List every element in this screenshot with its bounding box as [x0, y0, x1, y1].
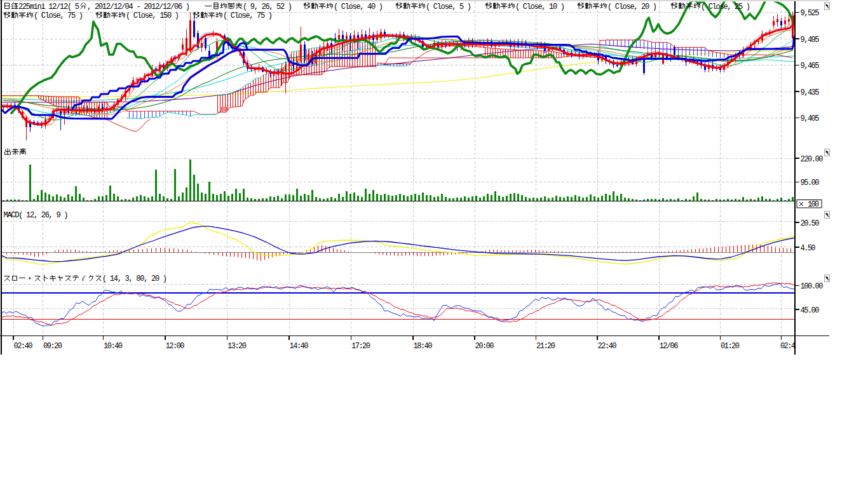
- svg-text:225mini 12/12( 5: 225mini 12/12( 5: [18, 3, 79, 11]
- svg-text:220.00: 220.00: [801, 155, 824, 164]
- svg-text:( Close, 40 ): ( Close, 40 ): [334, 3, 383, 11]
- svg-text:4.50: 4.50: [801, 244, 816, 253]
- svg-text:, 2012/12/04 - 2012/12/06 ): , 2012/12/04 - 2012/12/06 ): [87, 3, 190, 11]
- svg-text:( Close, 75 ): ( Close, 75 ): [223, 11, 273, 20]
- svg-text:02:40: 02:40: [14, 342, 33, 351]
- svg-text:( Close, 150 ): ( Close, 150 ): [126, 11, 179, 20]
- svg-text:01:20: 01:20: [721, 342, 740, 351]
- svg-text:45.00: 45.00: [801, 306, 820, 315]
- svg-text:22:40: 22:40: [598, 342, 617, 351]
- svg-text:( Close, 25 ): ( Close, 25 ): [701, 3, 750, 11]
- svg-text:9,495: 9,495: [801, 36, 820, 44]
- svg-text:( Close, 20 ): ( Close, 20 ): [607, 3, 657, 11]
- svg-text:( Close, 10 ): ( Close, 10 ): [515, 3, 565, 11]
- svg-text:100.00: 100.00: [801, 282, 824, 291]
- svg-text:20.50: 20.50: [801, 219, 820, 228]
- svg-text:9,435: 9,435: [801, 88, 820, 97]
- svg-text:( Close, 75 ): ( Close, 75 ): [34, 11, 83, 20]
- svg-text:12:00: 12:00: [166, 342, 185, 351]
- svg-text:MACD( 12, 26, 9 ): MACD( 12, 26, 9 ): [4, 211, 69, 220]
- svg-text:100: 100: [808, 200, 819, 209]
- svg-text:95.00: 95.00: [801, 179, 820, 187]
- svg-text:9,405: 9,405: [801, 114, 820, 123]
- svg-text:14:40: 14:40: [290, 342, 309, 351]
- svg-text:20:00: 20:00: [475, 342, 494, 351]
- svg-text:02:4: 02:4: [780, 342, 796, 351]
- svg-text:9,465: 9,465: [801, 62, 820, 71]
- svg-text:21:20: 21:20: [536, 342, 555, 351]
- svg-text:( Close, 5 ): ( Close, 5 ): [426, 3, 471, 11]
- svg-text:( 9, 26, 52 ): ( 9, 26, 52 ): [243, 3, 292, 11]
- svg-text:10:40: 10:40: [104, 342, 123, 351]
- svg-text:09:20: 09:20: [43, 342, 62, 351]
- svg-text:17:20: 17:20: [351, 342, 370, 351]
- svg-text:13:20: 13:20: [227, 342, 247, 351]
- svg-text:9,525: 9,525: [801, 9, 820, 18]
- svg-text:12/06: 12/06: [660, 342, 679, 351]
- svg-text:( 14, 3, 80, 20 ): ( 14, 3, 80, 20 ): [102, 274, 167, 283]
- svg-text:18:40: 18:40: [414, 342, 433, 351]
